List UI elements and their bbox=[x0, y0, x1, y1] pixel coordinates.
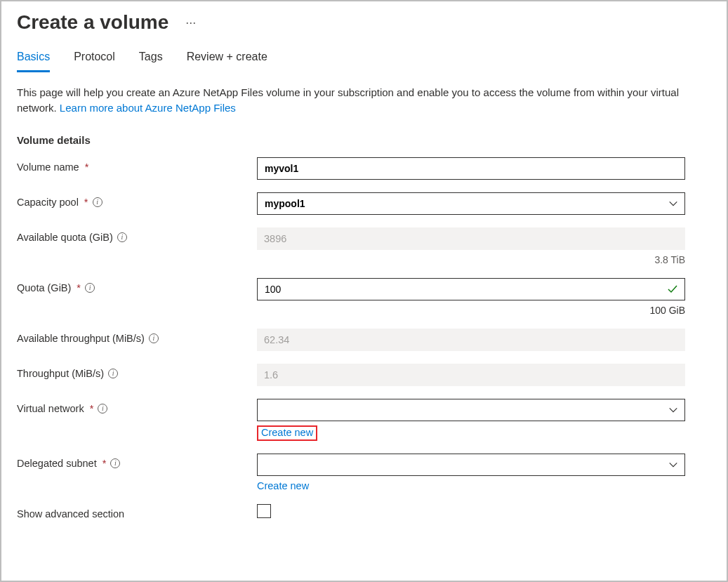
more-actions-button[interactable]: ··· bbox=[185, 15, 196, 30]
required-icon: * bbox=[84, 197, 88, 208]
vnet-select[interactable] bbox=[257, 399, 685, 421]
capacity-pool-label: Capacity pool bbox=[17, 197, 79, 208]
required-icon: * bbox=[77, 282, 81, 293]
info-icon[interactable]: i bbox=[110, 458, 120, 468]
subnet-create-new-link[interactable]: Create new bbox=[257, 480, 309, 491]
quota-input[interactable] bbox=[257, 278, 685, 300]
throughput-value: 1.6 bbox=[257, 364, 685, 386]
volume-name-label: Volume name bbox=[17, 161, 79, 173]
throughput-label: Throughput (MiB/s) bbox=[17, 368, 104, 379]
quota-label: Quota (GiB) bbox=[17, 282, 71, 293]
page-description: This page will help you create an Azure … bbox=[17, 85, 705, 116]
info-icon[interactable]: i bbox=[149, 333, 159, 343]
vnet-label: Virtual network bbox=[17, 403, 84, 414]
tabs: Basics Protocol Tags Review + create bbox=[17, 48, 711, 72]
subnet-select[interactable] bbox=[257, 454, 685, 476]
tab-review[interactable]: Review + create bbox=[187, 48, 267, 72]
show-advanced-checkbox[interactable] bbox=[257, 504, 271, 518]
vnet-create-new-link[interactable]: Create new bbox=[257, 425, 317, 441]
info-icon[interactable]: i bbox=[93, 197, 102, 207]
available-quota-label: Available quota (GiB) bbox=[17, 232, 113, 243]
info-icon[interactable]: i bbox=[85, 283, 95, 293]
page-title: Create a volume bbox=[17, 11, 168, 34]
show-advanced-label: Show advanced section bbox=[17, 508, 124, 520]
tab-basics[interactable]: Basics bbox=[17, 48, 50, 72]
available-quota-helper: 3.8 TiB bbox=[257, 254, 685, 265]
subnet-label: Delegated subnet bbox=[17, 458, 97, 469]
section-title: Volume details bbox=[17, 134, 711, 146]
required-icon: * bbox=[90, 403, 94, 414]
info-icon[interactable]: i bbox=[98, 404, 107, 414]
capacity-pool-select[interactable] bbox=[257, 192, 685, 215]
available-throughput-label: Available throughput (MiB/s) bbox=[17, 333, 145, 344]
tab-tags[interactable]: Tags bbox=[139, 48, 163, 72]
checkmark-icon bbox=[667, 284, 678, 295]
info-icon[interactable]: i bbox=[117, 232, 127, 242]
info-icon[interactable]: i bbox=[108, 369, 118, 378]
quota-helper: 100 GiB bbox=[257, 305, 685, 316]
available-quota-value: 3896 bbox=[257, 227, 685, 250]
required-icon: * bbox=[102, 458, 107, 469]
learn-more-link[interactable]: Learn more about Azure NetApp Files bbox=[60, 102, 236, 114]
available-throughput-value: 62.34 bbox=[257, 329, 685, 351]
volume-name-input[interactable] bbox=[257, 157, 685, 180]
tab-protocol[interactable]: Protocol bbox=[74, 48, 115, 72]
required-icon: * bbox=[85, 161, 89, 173]
